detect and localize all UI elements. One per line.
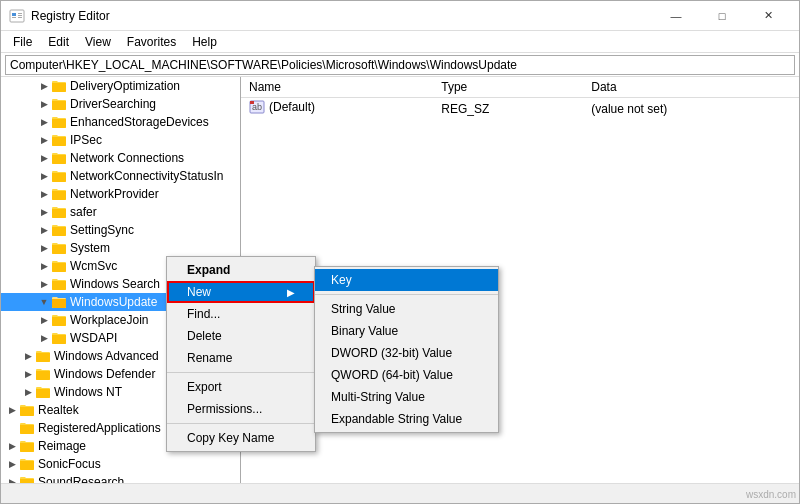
ctx-new[interactable]: New ▶ [167, 281, 315, 303]
svg-marker-8 [250, 101, 254, 104]
folder-icon [51, 186, 67, 202]
maximize-button[interactable]: □ [699, 5, 745, 27]
col-type: Type [433, 77, 583, 98]
expand-arrow-icon: ▶ [37, 151, 51, 165]
registry-tbody: ab (Default) REG_SZ(value not set) [241, 98, 799, 120]
col-name: Name [241, 77, 433, 98]
menu-edit[interactable]: Edit [40, 33, 77, 51]
table-row[interactable]: ab (Default) REG_SZ(value not set) [241, 98, 799, 120]
menu-bar: File Edit View Favorites Help [1, 31, 799, 53]
tree-item-label: SonicFocus [38, 457, 101, 471]
title-bar-left: Registry Editor [9, 8, 110, 24]
watermark: wsxdn.com [746, 489, 796, 500]
submenu-key[interactable]: Key [315, 269, 498, 291]
expand-arrow-icon: ▶ [5, 403, 19, 417]
ctx-new-label: New [187, 285, 211, 299]
address-bar [1, 53, 799, 77]
tree-item[interactable]: ▶ safer [1, 203, 240, 221]
registry-table: Name Type Data ab (Default) REG_SZ(value… [241, 77, 799, 119]
ctx-new-arrow: ▶ [287, 287, 295, 298]
ctx-expand[interactable]: Expand [167, 259, 315, 281]
tree-item[interactable]: ▶ SettingSync [1, 221, 240, 239]
expand-arrow-icon: ▶ [5, 439, 19, 453]
reg-data: (value not set) [583, 98, 799, 120]
svg-rect-4 [18, 15, 22, 16]
folder-icon [51, 168, 67, 184]
folder-icon [51, 114, 67, 130]
expand-arrow-icon: ▶ [37, 133, 51, 147]
tree-item[interactable]: ▶ System [1, 239, 240, 257]
tree-item-label: DriverSearching [70, 97, 156, 111]
tree-item-label: Windows Defender [54, 367, 155, 381]
expand-arrow-icon: ▶ [37, 241, 51, 255]
expand-arrow-icon: ▶ [21, 349, 35, 363]
folder-icon [51, 78, 67, 94]
tree-item-label: NetworkProvider [70, 187, 159, 201]
tree-item[interactable]: ▶ SoundResearch [1, 473, 240, 483]
folder-icon [51, 204, 67, 220]
tree-item-label: SoundResearch [38, 475, 124, 483]
tree-item-label: WindowsUpdate [70, 295, 157, 309]
folder-icon [51, 258, 67, 274]
default-reg-icon: ab [249, 100, 265, 114]
folder-icon [51, 240, 67, 256]
folder-icon [19, 438, 35, 454]
submenu-multi-string-value[interactable]: Multi-String Value [315, 386, 498, 408]
tree-item[interactable]: ▶ DeliveryOptimization [1, 77, 240, 95]
menu-view[interactable]: View [77, 33, 119, 51]
expand-arrow-icon: ▶ [37, 259, 51, 273]
minimize-button[interactable]: — [653, 5, 699, 27]
ctx-delete[interactable]: Delete [167, 325, 315, 347]
tree-item[interactable]: ▶ SonicFocus [1, 455, 240, 473]
tree-item-label: SettingSync [70, 223, 134, 237]
ctx-rename[interactable]: Rename [167, 347, 315, 369]
folder-icon [51, 330, 67, 346]
menu-help[interactable]: Help [184, 33, 225, 51]
ctx-sep1 [167, 372, 315, 373]
ctx-find[interactable]: Find... [167, 303, 315, 325]
menu-favorites[interactable]: Favorites [119, 33, 184, 51]
tree-item-label: System [70, 241, 110, 255]
svg-rect-1 [12, 13, 16, 16]
registry-editor-window: Registry Editor — □ ✕ File Edit View Fav… [0, 0, 800, 504]
menu-file[interactable]: File [5, 33, 40, 51]
ctx-copy-key-name[interactable]: Copy Key Name [167, 427, 315, 449]
submenu-dword-value[interactable]: DWORD (32-bit) Value [315, 342, 498, 364]
submenu-string-value[interactable]: String Value [315, 298, 498, 320]
tree-item[interactable]: ▶ IPSec [1, 131, 240, 149]
close-button[interactable]: ✕ [745, 5, 791, 27]
tree-item[interactable]: ▶ Network Connections [1, 149, 240, 167]
tree-item-label: NetworkConnectivityStatusIn [70, 169, 223, 183]
submenu-qword-value[interactable]: QWORD (64-bit) Value [315, 364, 498, 386]
expand-arrow-icon: ▼ [37, 295, 51, 309]
tree-item-label: Windows NT [54, 385, 122, 399]
expand-arrow-icon [5, 421, 19, 435]
registry-icon [9, 8, 25, 24]
ctx-permissions[interactable]: Permissions... [167, 398, 315, 420]
expand-arrow-icon: ▶ [21, 385, 35, 399]
expand-arrow-icon: ▶ [37, 313, 51, 327]
folder-icon [51, 294, 67, 310]
reg-name: ab (Default) [241, 98, 433, 120]
address-input[interactable] [5, 55, 795, 75]
expand-arrow-icon: ▶ [37, 169, 51, 183]
folder-icon [19, 456, 35, 472]
tree-item[interactable]: ▶ NetworkProvider [1, 185, 240, 203]
submenu-binary-value[interactable]: Binary Value [315, 320, 498, 342]
status-bar [1, 483, 799, 503]
tree-item-label: Windows Search [70, 277, 160, 291]
tree-item[interactable]: ▶ EnhancedStorageDevices [1, 113, 240, 131]
tree-item-label: WcmSvc [70, 259, 117, 273]
folder-icon [51, 96, 67, 112]
col-data: Data [583, 77, 799, 98]
expand-arrow-icon: ▶ [5, 475, 19, 483]
expand-arrow-icon: ▶ [37, 187, 51, 201]
ctx-export[interactable]: Export [167, 376, 315, 398]
submenu-expandable-string-value[interactable]: Expandable String Value [315, 408, 498, 430]
expand-arrow-icon: ▶ [5, 457, 19, 471]
folder-icon [35, 348, 51, 364]
expand-arrow-icon: ▶ [21, 367, 35, 381]
tree-item-label: IPSec [70, 133, 102, 147]
tree-item[interactable]: ▶ DriverSearching [1, 95, 240, 113]
tree-item[interactable]: ▶ NetworkConnectivityStatusIn [1, 167, 240, 185]
